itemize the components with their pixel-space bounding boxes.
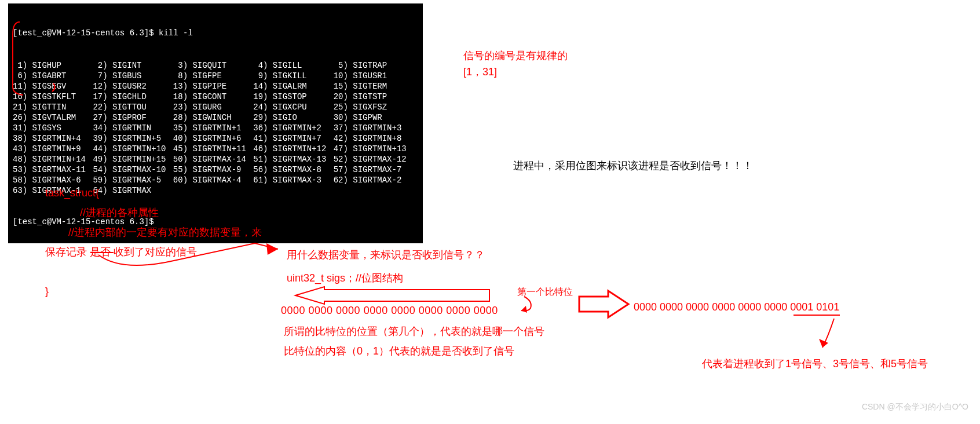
signal-cell: 56) SIGRTMAX-8 (253, 165, 333, 175)
signal-cell: 12) SIGUSR2 (93, 81, 173, 92)
signal-row: 31) SIGSYS 34) SIGRTMIN 35) SIGRTMIN+1 3… (13, 123, 414, 133)
signal-cell: 55) SIGRTMAX-9 (173, 165, 253, 175)
bit-meaning-2: 比特位的内容（0，1）代表的就是是否收到了信号 (284, 343, 514, 359)
arrow-head-icon (266, 243, 278, 255)
signal-cell: 57) SIGRTMAX-7 (334, 165, 414, 175)
signal-row: 53) SIGRTMAX-11 54) SIGRTMAX-10 55) SIGR… (13, 165, 414, 175)
signal-cell: 11) SIGSEGV (13, 81, 93, 92)
task-struct-block: task_struct{ //进程的各种属性 //进程内部的一定要有对应的数据变… (45, 183, 262, 301)
signal-cell: 31) SIGSYS (13, 123, 93, 133)
signal-cell: 29) SIGIO (253, 112, 333, 123)
arrow-line-icon (822, 319, 834, 348)
note-line: 信号的编号是有规律的 (463, 47, 568, 64)
bit-meaning-1: 所谓的比特位的位置（第几个），代表的就是哪一个信号 (284, 323, 544, 339)
signal-row: 38) SIGRTMIN+4 39) SIGRTMIN+5 40) SIGRTM… (13, 133, 414, 144)
signal-cell: 53) SIGRTMAX-11 (13, 165, 93, 175)
struct-comment: //进程的各种属性 (45, 203, 262, 222)
signal-cell: 28) SIGWINCH (173, 112, 253, 123)
signal-cell: 41) SIGRTMIN+7 (253, 133, 333, 144)
signal-cell: 14) SIGALRM (253, 81, 333, 92)
signal-cell: 39) SIGRTMIN+5 (93, 133, 173, 144)
signal-cell: 61) SIGRTMAX-3 (253, 175, 333, 185)
signal-table: 1) SIGHUP 2) SIGINT 3) SIGQUIT 4) SIGILL… (13, 60, 414, 196)
signal-cell: 25) SIGXFSZ (334, 102, 414, 112)
signal-row: 16) SIGSTKFLT 17) SIGCHLD 18) SIGCONT 19… (13, 92, 414, 102)
signal-cell: 21) SIGTTIN (13, 102, 93, 112)
signal-cell: 8) SIGFPE (173, 71, 253, 81)
signal-cell: 3) SIGQUIT (173, 60, 253, 71)
arrow-head-icon (819, 339, 828, 348)
signal-cell: 35) SIGRTMIN+1 (173, 123, 253, 133)
bits-result: 0000 0000 0000 0000 0000 0000 0001 0101 (634, 299, 839, 315)
signal-cell: 51) SIGRTMAX-13 (253, 154, 333, 165)
signal-cell: 40) SIGRTMIN+6 (173, 133, 253, 144)
signal-cell: 37) SIGRTMIN+3 (334, 123, 414, 133)
signal-cell: 24) SIGXCPU (253, 102, 333, 112)
note-bitmap: 进程中，采用位图来标识该进程是否收到信号！！！ (513, 158, 753, 174)
bits-zero: 0000 0000 0000 0000 0000 0000 0000 0000 (281, 302, 498, 319)
signal-cell: 48) SIGRTMIN+14 (13, 154, 93, 165)
signal-cell: 10) SIGUSR1 (334, 71, 414, 81)
hollow-arrow-right-icon (579, 291, 628, 317)
struct-open: task_struct{ (45, 183, 262, 203)
signal-cell: 13) SIGPIPE (173, 81, 253, 92)
note-numbering: 信号的编号是有规律的 [1，31] (463, 47, 568, 80)
signal-cell: 20) SIGTSTP (334, 92, 414, 102)
signal-cell: 44) SIGRTMIN+10 (93, 144, 173, 154)
watermark: CSDN @不会学习的小白O^O (862, 402, 968, 412)
signal-cell: 38) SIGRTMIN+4 (13, 133, 93, 144)
signal-row: 1) SIGHUP 2) SIGINT 3) SIGQUIT 4) SIGILL… (13, 60, 414, 71)
signal-cell: 26) SIGVTALRM (13, 112, 93, 123)
signal-cell: 19) SIGSTOP (253, 92, 333, 102)
struct-close: } (45, 282, 262, 301)
signal-cell: 62) SIGRTMAX-2 (334, 175, 414, 185)
struct-comment: //进程内部的一定要有对应的数据变量，来 (45, 222, 262, 242)
signal-cell: 52) SIGRTMAX-12 (334, 154, 414, 165)
signal-cell: 30) SIGPWR (334, 112, 414, 123)
signal-cell: 36) SIGRTMIN+2 (253, 123, 333, 133)
terminal-prompt: [test_c@VM-12-15-centos 6.3]$ kill -l (13, 28, 418, 38)
signal-row: 6) SIGABRT 7) SIGBUS 8) SIGFPE 9) SIGKIL… (13, 71, 414, 81)
sigs-line: uint32_t sigs；//位图结构 (287, 270, 403, 286)
signal-cell: 9) SIGKILL (253, 71, 333, 81)
note-line: [1，31] (463, 64, 568, 80)
signal-cell: 34) SIGRTMIN (93, 123, 173, 133)
signal-row: 21) SIGTTIN 22) SIGTTOU 23) SIGURG 24) S… (13, 102, 414, 112)
signal-cell: 43) SIGRTMIN+9 (13, 144, 93, 154)
struct-comment: 保存记录 是否 收到了对应的信号 (45, 242, 262, 262)
signal-cell: 42) SIGRTMIN+8 (334, 133, 414, 144)
signal-cell: 15) SIGTERM (334, 81, 414, 92)
signal-row: 26) SIGVTALRM 27) SIGPROF 28) SIGWINCH 2… (13, 112, 414, 123)
signal-cell: 22) SIGTTOU (93, 102, 173, 112)
signal-cell: 17) SIGCHLD (93, 92, 173, 102)
arrow-head-icon (521, 306, 527, 313)
signal-cell: 49) SIGRTMIN+15 (93, 154, 173, 165)
first-bit-label: 第一个比特位 (517, 284, 573, 300)
result-meaning: 代表着进程收到了1号信号、3号信号、和5号信号 (702, 356, 928, 372)
signal-cell: 18) SIGCONT (173, 92, 253, 102)
signal-cell: 45) SIGRTMIN+11 (173, 144, 253, 154)
question-line: 用什么数据变量，来标识是否收到信号？？ (287, 247, 485, 263)
signal-cell: 6) SIGABRT (13, 71, 93, 81)
signal-cell: 54) SIGRTMAX-10 (93, 165, 173, 175)
signal-row: 48) SIGRTMIN+14 49) SIGRTMIN+15 50) SIGR… (13, 154, 414, 165)
signal-cell: 1) SIGHUP (13, 60, 93, 71)
signal-cell: 4) SIGILL (253, 60, 333, 71)
signal-cell: 5) SIGTRAP (334, 60, 414, 71)
signal-cell: 23) SIGURG (173, 102, 253, 112)
signal-cell: 27) SIGPROF (93, 112, 173, 123)
signal-cell: 2) SIGINT (93, 60, 173, 71)
signal-cell: 46) SIGRTMIN+12 (253, 144, 333, 154)
signal-cell: 7) SIGBUS (93, 71, 173, 81)
signal-cell: 50) SIGRTMAX-14 (173, 154, 253, 165)
hollow-arrow-left-icon (295, 287, 489, 304)
signal-row: 43) SIGRTMIN+9 44) SIGRTMIN+10 45) SIGRT… (13, 144, 414, 154)
signal-cell: 47) SIGRTMIN+13 (334, 144, 414, 154)
signal-cell: 16) SIGSTKFLT (13, 92, 93, 102)
signal-row: 11) SIGSEGV 12) SIGUSR2 13) SIGPIPE 14) … (13, 81, 414, 92)
